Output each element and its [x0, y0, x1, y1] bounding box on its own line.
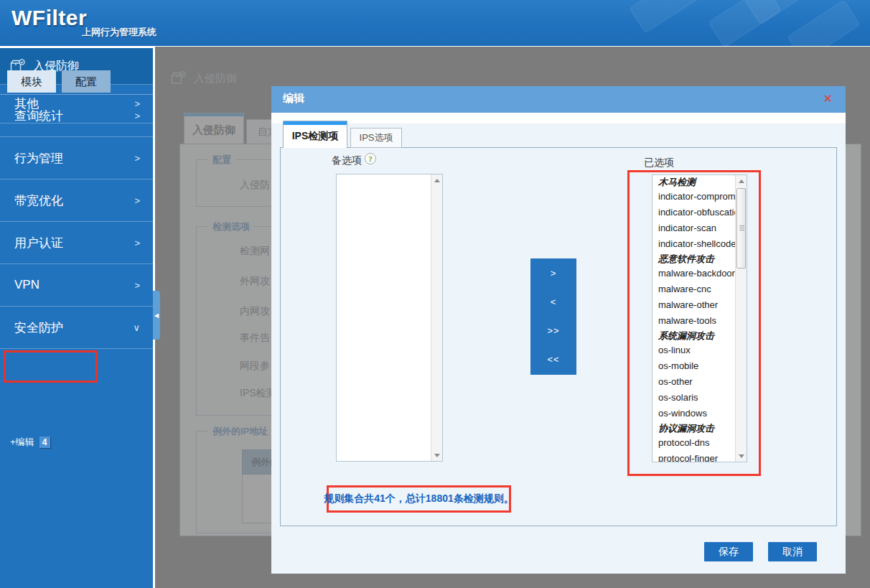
edit-count-badge: 4 [39, 437, 50, 448]
sidebar-edit-link[interactable]: +编辑 4 [10, 436, 50, 449]
dialog-title: 编辑 [283, 92, 304, 106]
scroll-up-icon[interactable] [431, 174, 442, 186]
keyboard-decoration [787, 0, 861, 46]
keyboard-decoration [629, 0, 703, 33]
close-icon[interactable]: ✕ [823, 92, 833, 106]
edit-link-label: +编辑 [10, 436, 34, 449]
collapse-arrow-icon: ◀ [154, 312, 159, 319]
tab-ips-options[interactable]: IPS选项 [350, 128, 402, 148]
sidebar-item-label: 查询统计 [14, 108, 63, 124]
chevron-right-icon: > [134, 111, 140, 121]
sidebar-item-0[interactable]: 查询统计> [0, 95, 153, 137]
move-all-left-button[interactable]: << [530, 345, 576, 373]
move-right-button[interactable]: > [530, 258, 576, 287]
selected-list-label: 已选项 [644, 157, 674, 169]
tab-ips-detect-items[interactable]: IPS检测项 [283, 121, 347, 148]
app-root: WFilter 上网行为管理系统 模块 配置 查询统计>行为管理>带宽优化>用户… [0, 0, 870, 588]
list-option[interactable]: indicator-shellcode [652, 236, 735, 252]
sidebar-item-3[interactable]: 用户认证> [0, 222, 153, 264]
rules-stats-text: 规则集合共41个，总计18801条检测规则。 [324, 493, 514, 505]
selected-items: 木马检测indicator-compromiseindicator-obfusc… [652, 175, 735, 462]
sidebar-menu: 查询统计>行为管理>带宽优化>用户认证>VPN>安全防护∨ [0, 94, 153, 349]
selected-listbox[interactable]: 木马检测indicator-compromiseindicator-obfusc… [652, 174, 747, 462]
tab-label: IPS检测项 [284, 125, 347, 146]
scrollbar-thumb[interactable] [736, 188, 746, 269]
chevron-right-icon: > [134, 195, 140, 206]
cancel-button[interactable]: 取消 [768, 542, 817, 561]
edit-dialog: 编辑 ✕ IPS检测项 IPS选项 备选项 ? ><>><< 已选项 木马检测i… [271, 86, 846, 574]
scroll-up-icon[interactable] [736, 175, 747, 187]
sidebar-item-label: 带宽优化 [14, 192, 63, 209]
list-option[interactable]: os-linux [652, 342, 735, 358]
sidebar-item-label: 安全防护 [14, 319, 63, 336]
available-scrollbar[interactable] [431, 174, 442, 461]
app-logo: WFilter [11, 6, 87, 30]
annotation-box-stats: 规则集合共41个，总计18801条检测规则。 [327, 485, 511, 513]
sidebar-item-1[interactable]: 行为管理> [0, 137, 153, 179]
scrollbar-grip [739, 225, 744, 231]
list-group-header[interactable]: 协议漏洞攻击 [652, 421, 735, 435]
list-option[interactable]: malware-backdoor [652, 266, 735, 281]
help-icon[interactable]: ? [365, 153, 376, 164]
sidebar-collapse-handle[interactable]: ◀ [153, 291, 160, 340]
sidebar-item-label: 行为管理 [14, 150, 63, 167]
list-group-header[interactable]: 木马检测 [652, 175, 735, 189]
sidebar-item-label: VPN [14, 278, 39, 292]
list-option[interactable]: os-windows [652, 406, 735, 421]
app-subtitle: 上网行为管理系统 [82, 26, 156, 39]
chevron-right-icon: > [134, 238, 140, 248]
sidebar-item-5[interactable]: 安全防护∨ [0, 307, 153, 349]
save-button[interactable]: 保存 [704, 542, 753, 561]
list-option[interactable]: os-other [652, 374, 735, 390]
available-items [337, 174, 431, 461]
sidebar-tabs: 模块 配置 [7, 70, 111, 93]
list-option[interactable]: protocol-dns [652, 435, 735, 451]
chevron-right-icon: > [134, 280, 140, 291]
list-option[interactable]: malware-cnc [652, 281, 735, 297]
scroll-down-icon[interactable] [431, 449, 442, 461]
list-option[interactable]: indicator-scan [652, 220, 735, 236]
app-header: WFilter 上网行为管理系统 [0, 0, 870, 46]
chevron-down-icon: ∨ [133, 322, 140, 333]
transfer-panel: ><>><< [530, 258, 576, 375]
available-listbox[interactable] [336, 174, 443, 462]
dialog-titlebar: 编辑 ✕ [271, 86, 846, 113]
move-left-button[interactable]: < [530, 287, 576, 316]
sidebar-tab-config[interactable]: 配置 [62, 70, 111, 93]
list-option[interactable]: os-mobile [652, 358, 735, 374]
list-group-header[interactable]: 系统漏洞攻击 [652, 329, 735, 342]
chevron-right-icon: > [134, 153, 140, 164]
sidebar-item-label: 用户认证 [14, 235, 63, 251]
scroll-down-icon[interactable] [736, 450, 747, 462]
list-option[interactable]: indicator-compromise [652, 189, 735, 205]
list-option[interactable]: indicator-obfuscation [652, 205, 735, 220]
sidebar: 模块 配置 查询统计>行为管理>带宽优化>用户认证>VPN>安全防护∨ 入侵防御… [0, 48, 153, 588]
move-all-right-button[interactable]: >> [530, 316, 576, 345]
sidebar-tab-module[interactable]: 模块 [7, 70, 56, 93]
selected-scrollbar[interactable] [735, 175, 747, 462]
dialog-tabstrip-bg [271, 113, 846, 123]
list-option[interactable]: os-solaris [652, 390, 735, 406]
list-option[interactable]: malware-tools [652, 313, 735, 329]
list-option[interactable]: protocol-finger [652, 451, 735, 462]
available-list-label: 备选项 [332, 154, 362, 167]
list-option[interactable]: malware-other [652, 297, 735, 313]
sidebar-item-4[interactable]: VPN> [0, 264, 153, 307]
sidebar-item-2[interactable]: 带宽优化> [0, 179, 153, 222]
list-group-header[interactable]: 恶意软件攻击 [652, 252, 735, 266]
